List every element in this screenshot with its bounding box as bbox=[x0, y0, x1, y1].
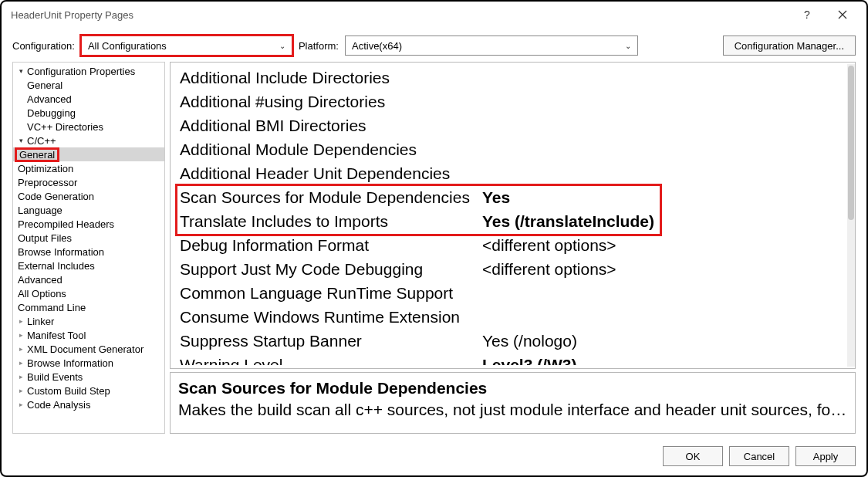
property-key: Warning Level bbox=[180, 356, 482, 366]
tree-cc-pch[interactable]: Precompiled Headers bbox=[13, 217, 164, 231]
tree-linker[interactable]: Linker bbox=[13, 314, 164, 328]
tree-cc-general[interactable]: General bbox=[13, 147, 164, 161]
window-title: HeaderUnit Property Pages bbox=[11, 9, 133, 21]
configuration-value: All Configurations bbox=[88, 40, 167, 52]
property-row[interactable]: Suppress Startup BannerYes (/nologo) bbox=[180, 329, 847, 353]
configuration-dropdown[interactable]: All Configurations ⌄ bbox=[81, 36, 292, 56]
property-row[interactable]: Consume Windows Runtime Extension bbox=[180, 305, 847, 329]
platform-dropdown[interactable]: Active(x64) ⌄ bbox=[345, 36, 638, 56]
cancel-button[interactable]: Cancel bbox=[729, 446, 789, 466]
tree-vcpp[interactable]: VC++ Directories bbox=[13, 120, 164, 134]
property-value[interactable]: Level3 (/W3) bbox=[482, 356, 847, 366]
vertical-scrollbar[interactable] bbox=[847, 64, 855, 367]
platform-value: Active(x64) bbox=[352, 40, 402, 52]
tree-root[interactable]: Configuration Properties bbox=[13, 64, 164, 78]
property-row[interactable]: Debug Information Format<different optio… bbox=[180, 233, 847, 257]
tree-cc-language[interactable]: Language bbox=[13, 203, 164, 217]
description-title: Scan Sources for Module Dependencies bbox=[178, 379, 847, 398]
tree-cc-adv[interactable]: Advanced bbox=[13, 272, 164, 286]
property-key: Debug Information Format bbox=[180, 236, 482, 255]
tree-cc-extern[interactable]: External Includes bbox=[13, 259, 164, 272]
tree-buildevents[interactable]: Build Events bbox=[13, 370, 164, 384]
nav-tree[interactable]: Configuration Properties General Advance… bbox=[12, 62, 165, 434]
property-key: Additional Include Directories bbox=[180, 69, 482, 87]
tree-ccpp[interactable]: C/C++ bbox=[13, 134, 164, 147]
property-key: Consume Windows Runtime Extension bbox=[180, 308, 482, 326]
tree-xml[interactable]: XML Document Generator bbox=[13, 342, 164, 356]
description-text: Makes the build scan all c++ sources, no… bbox=[178, 401, 847, 419]
property-key: Additional #using Directories bbox=[180, 93, 482, 111]
tree-cc-all[interactable]: All Options bbox=[13, 286, 164, 300]
property-row[interactable]: Additional #using Directories bbox=[180, 90, 847, 113]
tree-custombuild[interactable]: Custom Build Step bbox=[13, 384, 164, 398]
titlebar: HeaderUnit Property Pages ? bbox=[2, 2, 866, 28]
property-grid[interactable]: Additional Include DirectoriesAdditional… bbox=[170, 62, 856, 369]
tree-browseinfo[interactable]: Browse Information bbox=[13, 356, 164, 370]
apply-button[interactable]: Apply bbox=[795, 446, 856, 466]
chevron-down-icon: ⌄ bbox=[625, 42, 631, 50]
help-button[interactable]: ? bbox=[789, 4, 825, 25]
property-key: Additional BMI Directories bbox=[180, 117, 482, 135]
configuration-label: Configuration: bbox=[12, 40, 75, 52]
property-row[interactable]: Additional BMI Directories bbox=[180, 113, 847, 137]
tree-advanced[interactable]: Advanced bbox=[13, 92, 164, 106]
property-value[interactable]: <different options> bbox=[482, 236, 847, 255]
property-row[interactable]: Support Just My Code Debugging<different… bbox=[180, 257, 847, 281]
property-row[interactable]: Additional Module Dependencies bbox=[180, 137, 847, 161]
property-value[interactable]: <different options> bbox=[482, 260, 847, 279]
dialog-buttons: OK Cancel Apply bbox=[663, 446, 856, 466]
property-row[interactable]: Warning LevelLevel3 (/W3) bbox=[180, 353, 847, 365]
configuration-manager-button[interactable]: Configuration Manager... bbox=[723, 36, 856, 56]
tree-codeanalysis[interactable]: Code Analysis bbox=[13, 398, 164, 411]
tree-cc-browse[interactable]: Browse Information bbox=[13, 245, 164, 259]
tree-cc-output[interactable]: Output Files bbox=[13, 231, 164, 245]
tree-cc-preproc[interactable]: Preprocessor bbox=[13, 175, 164, 189]
tree-manifest[interactable]: Manifest Tool bbox=[13, 328, 164, 342]
property-key: Support Just My Code Debugging bbox=[180, 260, 482, 279]
chevron-down-icon: ⌄ bbox=[279, 42, 285, 50]
property-row[interactable]: Common Language RunTime Support bbox=[180, 281, 847, 305]
property-key: Common Language RunTime Support bbox=[180, 284, 482, 303]
property-row[interactable]: Additional Include Directories bbox=[180, 66, 847, 90]
config-row: Configuration: All Configurations ⌄ Plat… bbox=[2, 28, 866, 63]
platform-label: Platform: bbox=[299, 40, 339, 52]
property-key: Additional Header Unit Dependencies bbox=[180, 164, 482, 183]
tree-debugging[interactable]: Debugging bbox=[13, 106, 164, 120]
property-row[interactable]: Additional Header Unit Dependencies bbox=[180, 161, 847, 185]
tree-cc-cmd[interactable]: Command Line bbox=[13, 300, 164, 314]
highlight-box bbox=[175, 184, 662, 236]
property-key: Suppress Startup Banner bbox=[180, 332, 482, 350]
ok-button[interactable]: OK bbox=[663, 446, 723, 466]
tree-cc-optimization[interactable]: Optimization bbox=[13, 161, 164, 175]
property-value[interactable]: Yes (/nologo) bbox=[482, 332, 847, 350]
close-icon[interactable] bbox=[825, 4, 860, 25]
description-pane: Scan Sources for Module Dependencies Mak… bbox=[170, 372, 856, 434]
tree-cc-codegen[interactable]: Code Generation bbox=[13, 189, 164, 203]
property-key: Additional Module Dependencies bbox=[180, 140, 482, 159]
tree-general[interactable]: General bbox=[13, 78, 164, 92]
